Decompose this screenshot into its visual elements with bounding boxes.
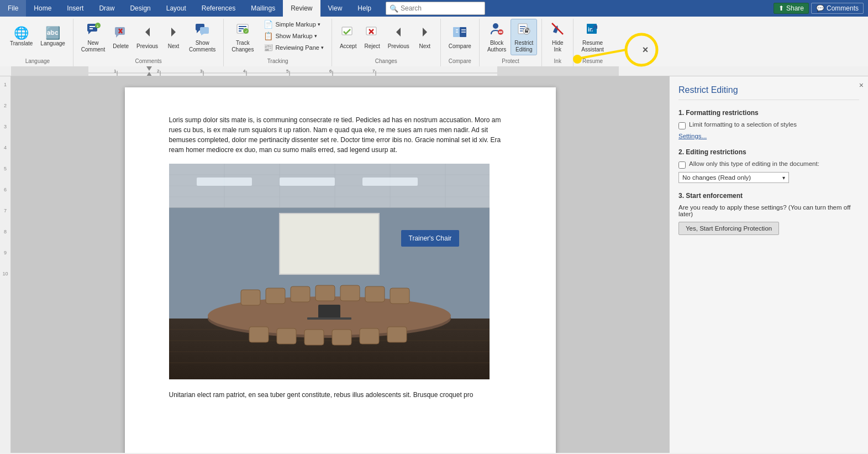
tab-help[interactable]: Help [350,0,379,17]
svg-rect-98 [304,330,324,345]
svg-marker-13 [197,30,199,33]
tab-layout[interactable]: Layout [159,0,194,17]
next-comment-icon [166,24,181,42]
ribbon-group-comments: + NewComment Delete Previous [73,19,224,66]
main-area: 12345 678910 Loris sump dolor sits mate … [0,76,868,453]
svg-text:7: 7 [372,69,375,74]
compare-icon [452,24,467,42]
restrict-panel-title: Restrict Editing [678,85,859,100]
svg-rect-104 [280,213,379,274]
show-markup-button[interactable]: 📋 Show Markup ▾ [260,30,327,41]
protect-group-label: Protect [480,58,541,64]
compare-button[interactable]: Compare [445,19,475,55]
svg-rect-92 [315,285,335,301]
svg-rect-78 [197,178,252,186]
block-authors-icon [489,21,504,39]
svg-marker-27 [423,28,427,36]
reject-button[interactable]: Reject [361,19,383,55]
language-button[interactable]: 🔤 Language [37,19,69,55]
new-comment-button[interactable]: + NewComment [78,19,108,55]
restrict-section-1-title: 1. Formatting restrictions [678,109,859,117]
language-icon: 🔤 [45,27,60,39]
editing-type-dropdown[interactable]: No changes (Read only) [678,172,789,183]
restrict-editing-icon [516,21,532,39]
svg-rect-42 [525,30,528,33]
resume-group-label: Resume [574,58,612,64]
svg-rect-14 [200,27,209,34]
reviewing-pane-arrow: ▾ [321,45,324,50]
svg-rect-22 [342,27,352,35]
svg-rect-80 [362,178,418,186]
previous-change-button[interactable]: Previous [385,19,413,55]
translate-icon: 🌐 [14,27,29,39]
ink-group-label: Ink [542,58,573,64]
track-changes-icon: ✓ [235,21,250,39]
svg-rect-89 [241,290,260,305]
delete-comment-button[interactable]: Delete [109,19,132,55]
formatting-settings-link[interactable]: Settings... [678,133,859,139]
hide-ink-icon [550,21,565,39]
hide-ink-button[interactable]: HideInk [546,19,569,55]
previous-comment-button[interactable]: Previous [133,19,161,55]
svg-rect-94 [365,286,385,302]
restrict-editing-button[interactable]: RestrictEditing [511,19,537,55]
svg-line-43 [552,23,563,34]
svg-rect-90 [266,288,285,304]
ribbon-group-language: 🌐 Translate 🔤 Language Language [2,19,73,66]
editing-checkbox-label: Allow only this type of editing in the d… [689,160,819,167]
tracking-group-label: Tracking [224,58,332,64]
translate-button[interactable]: 🌐 Translate [7,19,36,55]
formatting-checkbox-label: Limit formatting to a selection of style… [689,121,797,128]
search-icon: 🔍 [390,4,398,13]
svg-rect-97 [277,328,296,344]
svg-rect-101 [387,327,407,342]
start-enforcing-button[interactable]: Yes, Start Enforcing Protection [678,222,779,235]
share-button[interactable]: ⬆ Share [774,3,809,14]
conference-room-svg [169,164,490,379]
next-change-button[interactable]: Next [414,19,436,55]
reviewing-pane-button[interactable]: 📰 Reviewing Pane ▾ [260,42,327,53]
resume-assistant-button[interactable]: in ResumeAssistant [578,19,607,55]
editing-checkbox[interactable] [678,161,686,169]
next-comment-button[interactable]: Next [162,19,185,55]
simple-markup-arrow: ▾ [318,22,320,27]
comments-button[interactable]: 💬 Comments [811,3,864,14]
search-input[interactable] [401,4,478,12]
accept-icon [340,24,356,42]
trainer-chair-label: Trainer's Chair [401,230,460,247]
document-scroll-area[interactable]: Loris sump dolor sits mate is, is commun… [11,76,669,453]
enforcement-description: Are you ready to apply these settings? (… [678,204,859,217]
tab-mailings[interactable]: Mailings [243,0,283,17]
block-authors-button[interactable]: BlockAuthors [484,19,509,55]
svg-rect-49 [497,66,619,76]
ribbon-group-resume: in ResumeAssistant Resume [574,19,612,66]
svg-rect-95 [390,288,409,304]
svg-text:3: 3 [200,69,203,74]
simple-markup-button[interactable]: 📄 Simple Markup ▾ [260,19,327,30]
tab-draw[interactable]: Draw [91,0,122,17]
show-comments-button[interactable]: ShowComments [186,19,219,55]
tab-view[interactable]: View [320,0,350,17]
vertical-ruler: 12345 678910 [0,76,11,453]
accept-button[interactable]: Accept [336,19,360,55]
tab-file[interactable]: File [0,0,26,17]
tab-home[interactable]: Home [26,0,59,17]
horizontal-ruler: 1 2 3 4 5 6 7 [0,66,868,76]
next-change-icon [417,24,433,42]
restrict-panel-close-button[interactable]: × [859,81,864,90]
tab-references[interactable]: References [194,0,243,17]
ribbon-tabs: File Home Insert Draw Design Layout Refe… [0,0,868,17]
ribbon-group-compare: Compare Compare [441,19,480,66]
svg-rect-99 [332,330,351,345]
new-comment-icon: + [86,21,101,39]
tab-review[interactable]: Review [283,0,320,17]
language-group-label: Language [2,58,73,64]
tab-design[interactable]: Design [122,0,158,17]
search-bar[interactable]: 🔍 [386,2,485,15]
formatting-checkbox[interactable] [678,122,686,129]
track-changes-button[interactable]: ✓ TrackChanges [228,19,257,55]
simple-markup-icon: 📄 [264,20,273,29]
svg-marker-10 [145,28,150,36]
restrict-section-2-title: 2. Editing restrictions [678,148,859,156]
tab-insert[interactable]: Insert [59,0,91,17]
